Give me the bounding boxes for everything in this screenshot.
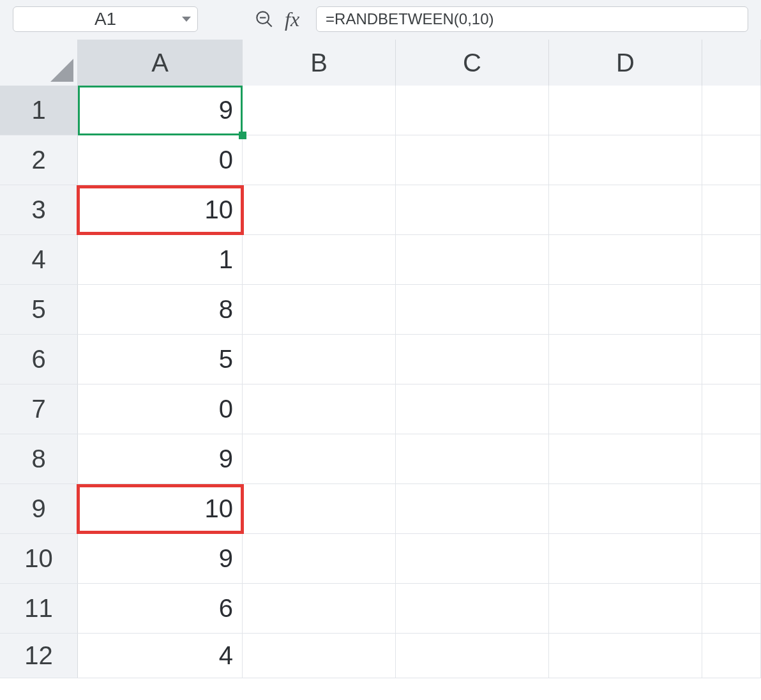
cell-B4[interactable]	[243, 235, 396, 284]
cell-D5[interactable]	[549, 285, 702, 334]
formula-input[interactable]: =RANDBETWEEN(0,10)	[316, 6, 748, 32]
name-box-value: A1	[94, 9, 116, 29]
cell-D11[interactable]	[549, 584, 702, 633]
cell-C9[interactable]	[396, 484, 549, 533]
cell-B12[interactable]	[243, 634, 396, 678]
column-header-B[interactable]: B	[243, 40, 396, 86]
row-header-5[interactable]: 5	[0, 285, 78, 334]
cell-D6[interactable]	[549, 335, 702, 384]
row-header-11[interactable]: 11	[0, 584, 78, 633]
cell-A2[interactable]: 0	[78, 135, 243, 185]
cell-D1[interactable]	[549, 86, 702, 135]
cell-A3[interactable]: 10	[78, 185, 243, 234]
row-8: 8 9	[0, 434, 761, 484]
cell-A1[interactable]: 9	[78, 86, 243, 135]
row-header-2[interactable]: 2	[0, 135, 78, 185]
cell-E7[interactable]	[702, 384, 761, 434]
cell-C4[interactable]	[396, 235, 549, 284]
row-header-3[interactable]: 3	[0, 185, 78, 234]
column-header-D[interactable]: D	[549, 40, 702, 86]
formula-text: =RANDBETWEEN(0,10)	[326, 10, 494, 28]
row-6: 6 5	[0, 335, 761, 384]
cell-A11[interactable]: 6	[78, 584, 243, 633]
cell-D2[interactable]	[549, 135, 702, 185]
column-header-A[interactable]: A	[78, 40, 243, 86]
cell-B6[interactable]	[243, 335, 396, 384]
row-9: 9 10	[0, 484, 761, 534]
row-12: 12 4	[0, 634, 761, 678]
cell-C6[interactable]	[396, 335, 549, 384]
cell-D9[interactable]	[549, 484, 702, 533]
cell-A10[interactable]: 9	[78, 534, 243, 583]
row-header-9[interactable]: 9	[0, 484, 78, 533]
formula-bar-icons: fx	[255, 9, 299, 29]
name-box[interactable]: A1	[13, 6, 198, 32]
row-7: 7 0	[0, 384, 761, 434]
cell-C12[interactable]	[396, 634, 549, 678]
cell-A5[interactable]: 8	[78, 285, 243, 334]
cell-E12[interactable]	[702, 634, 761, 678]
cell-A4[interactable]: 1	[78, 235, 243, 284]
cell-C8[interactable]	[396, 434, 549, 483]
cell-C10[interactable]	[396, 534, 549, 583]
row-11: 11 6	[0, 584, 761, 634]
row-1: 1 9	[0, 86, 761, 135]
row-header-10[interactable]: 10	[0, 534, 78, 583]
cell-C7[interactable]	[396, 384, 549, 434]
cell-D4[interactable]	[549, 235, 702, 284]
cell-B7[interactable]	[243, 384, 396, 434]
zoom-out-icon[interactable]	[255, 10, 273, 28]
cell-C11[interactable]	[396, 584, 549, 633]
cell-B11[interactable]	[243, 584, 396, 633]
cell-B10[interactable]	[243, 534, 396, 583]
cell-E10[interactable]	[702, 534, 761, 583]
cell-C2[interactable]	[396, 135, 549, 185]
cell-B9[interactable]	[243, 484, 396, 533]
cell-C5[interactable]	[396, 285, 549, 334]
cell-E6[interactable]	[702, 335, 761, 384]
row-header-8[interactable]: 8	[0, 434, 78, 483]
cell-D10[interactable]	[549, 534, 702, 583]
row-5: 5 8	[0, 285, 761, 335]
row-4: 4 1	[0, 235, 761, 285]
cell-D3[interactable]	[549, 185, 702, 234]
cell-A12[interactable]: 4	[78, 634, 243, 678]
fx-icon[interactable]: fx	[285, 9, 299, 29]
cell-B8[interactable]	[243, 434, 396, 483]
cell-E4[interactable]	[702, 235, 761, 284]
cell-C1[interactable]	[396, 86, 549, 135]
cell-D7[interactable]	[549, 384, 702, 434]
cell-A8[interactable]: 9	[78, 434, 243, 483]
row-header-6[interactable]: 6	[0, 335, 78, 384]
cell-A6[interactable]: 5	[78, 335, 243, 384]
cell-A7[interactable]: 0	[78, 384, 243, 434]
cell-E11[interactable]	[702, 584, 761, 633]
cell-B5[interactable]	[243, 285, 396, 334]
row-header-12[interactable]: 12	[0, 634, 78, 678]
cell-E8[interactable]	[702, 434, 761, 483]
cell-E2[interactable]	[702, 135, 761, 185]
cell-C3[interactable]	[396, 185, 549, 234]
row-10: 10 9	[0, 534, 761, 584]
column-header-C[interactable]: C	[396, 40, 549, 86]
cell-D12[interactable]	[549, 634, 702, 678]
svg-line-1	[267, 22, 272, 27]
row-header-4[interactable]: 4	[0, 235, 78, 284]
cell-B2[interactable]	[243, 135, 396, 185]
cell-E5[interactable]	[702, 285, 761, 334]
column-header-E[interactable]	[702, 40, 761, 86]
cell-B1[interactable]	[243, 86, 396, 135]
row-header-7[interactable]: 7	[0, 384, 78, 434]
cell-E1[interactable]	[702, 86, 761, 135]
cell-B3[interactable]	[243, 185, 396, 234]
row-header-1[interactable]: 1	[0, 86, 78, 135]
cell-E9[interactable]	[702, 484, 761, 533]
chevron-down-icon[interactable]	[182, 17, 191, 22]
row-3: 3 10	[0, 185, 761, 235]
select-all-corner[interactable]	[0, 40, 78, 86]
row-2: 2 0	[0, 135, 761, 185]
formula-bar: A1 fx =RANDBETWEEN(0,10)	[0, 0, 761, 40]
cell-D8[interactable]	[549, 434, 702, 483]
cell-E3[interactable]	[702, 185, 761, 234]
cell-A9[interactable]: 10	[78, 484, 243, 533]
